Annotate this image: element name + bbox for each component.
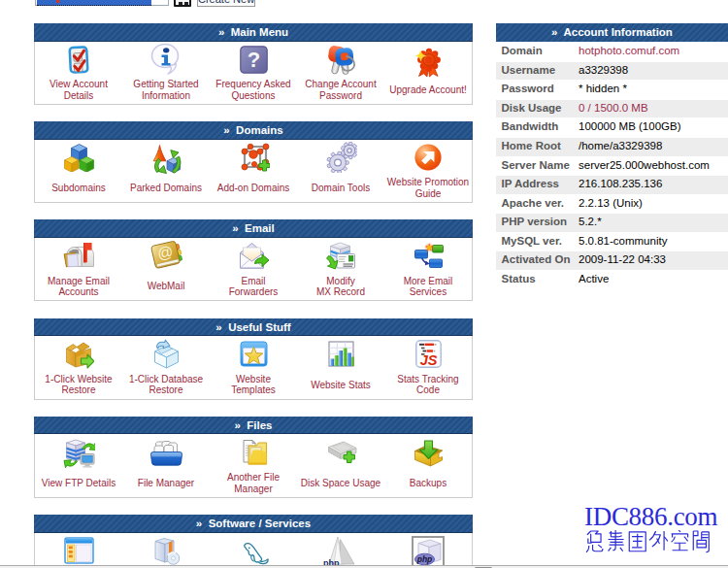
svg-text:?: ? (247, 47, 259, 71)
svg-text:php: php (416, 554, 433, 564)
svg-text:JS: JS (419, 352, 437, 368)
